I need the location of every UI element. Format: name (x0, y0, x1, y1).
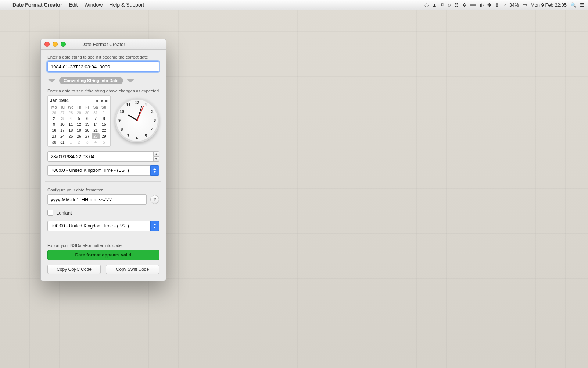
calendar-day[interactable]: 6 (83, 116, 92, 121)
calendar-day[interactable]: 2 (75, 139, 83, 145)
calendar-day[interactable]: 19 (75, 127, 83, 133)
app-menu[interactable]: Date Format Creator (12, 2, 62, 8)
timezone-select-formatter[interactable] (47, 221, 159, 231)
calendar-day[interactable]: 27 (83, 133, 92, 139)
calendar-day[interactable]: 4 (92, 139, 100, 145)
calendar-day[interactable]: 26 (50, 110, 58, 116)
status-icon[interactable]: ◐ (480, 2, 484, 8)
calendar-day[interactable]: 7 (92, 116, 100, 121)
timezone-value[interactable] (47, 221, 150, 231)
status-icon[interactable]: ✤ (487, 2, 491, 8)
help-button[interactable]: ? (150, 195, 159, 204)
datetime-field[interactable] (47, 151, 159, 162)
battery-icon[interactable]: ▭ (523, 2, 527, 8)
calendar-day[interactable]: 3 (58, 116, 67, 121)
calendar-day[interactable]: 31 (92, 110, 100, 116)
export-label: Export your NSDateFormatter into code (47, 243, 159, 248)
stepper-down-icon[interactable]: ▼ (153, 157, 159, 162)
analog-clock[interactable]: 123456789101112 (115, 98, 159, 142)
calendar-day[interactable]: 2 (50, 116, 58, 121)
calendar-dow: Tu (58, 105, 67, 110)
copy-objc-button[interactable]: Copy Obj-C Code (47, 265, 101, 274)
status-icon[interactable]: ⎋ (448, 2, 451, 8)
mode-banner: Converting String into Date (47, 77, 159, 84)
calendar-day[interactable]: 30 (50, 139, 58, 145)
close-button[interactable] (44, 42, 50, 47)
calendar-day[interactable]: 22 (100, 127, 108, 133)
status-icon[interactable]: ☷ (454, 2, 459, 8)
calendar-day[interactable]: 5 (100, 139, 108, 145)
calendar-today-icon[interactable]: ● (101, 99, 103, 103)
calendar-day[interactable]: 26 (75, 133, 83, 139)
calendar-day[interactable]: 12 (75, 121, 83, 127)
calendar[interactable]: Jan 1984 ◀ ● ▶ MoTuWeThFrSaSu26272829303… (47, 95, 111, 147)
calendar-day[interactable]: 30 (83, 110, 92, 116)
calendar-day[interactable]: 16 (50, 127, 58, 133)
calendar-day[interactable]: 29 (100, 133, 108, 139)
dropbox-icon[interactable]: ⧉ (441, 2, 444, 8)
calendar-day[interactable]: 28 (92, 133, 100, 139)
menubar-clock[interactable]: Mon 9 Feb 22:05 (531, 2, 567, 8)
calendar-day[interactable]: 14 (92, 121, 100, 127)
calendar-day[interactable]: 11 (67, 121, 75, 127)
status-icon[interactable]: ▲ (432, 2, 437, 8)
copy-swift-button[interactable]: Copy Swift Code (106, 265, 159, 274)
calendar-day[interactable]: 18 (67, 127, 75, 133)
calendar-day[interactable]: 1 (67, 139, 75, 145)
formatter-label: Configure your date formatter (47, 188, 159, 192)
menu-help[interactable]: Help & Support (109, 2, 144, 8)
calendar-day[interactable]: 24 (58, 133, 67, 139)
wifi-icon[interactable]: ⌔ (503, 2, 506, 8)
dropdown-caret-icon[interactable] (150, 165, 159, 176)
mode-label: Converting String into Date (59, 77, 123, 84)
date-string-input[interactable] (47, 61, 159, 72)
calendar-day[interactable]: 29 (75, 110, 83, 116)
status-icon[interactable]: ━━ (470, 2, 476, 8)
dropdown-caret-icon[interactable] (150, 221, 159, 231)
clock-numeral: 9 (118, 118, 121, 123)
minimize-button[interactable] (53, 42, 58, 47)
calendar-day[interactable]: 4 (67, 116, 75, 121)
calendar-dow: Th (75, 105, 83, 110)
menu-edit[interactable]: Edit (69, 2, 78, 8)
calendar-day[interactable]: 1 (100, 110, 108, 116)
calendar-day[interactable]: 13 (83, 121, 92, 127)
status-icon[interactable]: ✲ (462, 2, 466, 8)
datetime-stepper[interactable]: ▲ ▼ (153, 151, 159, 162)
battery-percent[interactable]: 34% (509, 2, 519, 8)
format-string-input[interactable] (47, 194, 147, 205)
clock-numeral: 4 (151, 127, 154, 131)
status-icon[interactable]: ◌ (424, 2, 429, 8)
spotlight-icon[interactable]: 🔍 (570, 2, 576, 8)
stepper-up-icon[interactable]: ▲ (153, 151, 159, 157)
menu-window[interactable]: Window (85, 2, 103, 8)
status-icon[interactable]: ⇪ (495, 2, 499, 8)
clock-numeral: 7 (127, 134, 129, 138)
timezone-select-date[interactable] (47, 165, 159, 176)
calendar-next-icon[interactable]: ▶ (105, 99, 108, 103)
clock-numeral: 10 (119, 109, 124, 114)
notification-center-icon[interactable]: ☰ (580, 2, 584, 8)
calendar-day[interactable]: 27 (58, 110, 67, 116)
calendar-day[interactable]: 9 (50, 121, 58, 127)
calendar-day[interactable]: 8 (100, 116, 108, 121)
calendar-day[interactable]: 23 (50, 133, 58, 139)
calendar-day[interactable]: 31 (58, 139, 67, 145)
calendar-day[interactable]: 3 (83, 139, 92, 145)
calendar-day[interactable]: 17 (58, 127, 67, 133)
lenient-checkbox[interactable] (47, 210, 53, 216)
calendar-day[interactable]: 15 (100, 121, 108, 127)
calendar-day[interactable]: 21 (92, 127, 100, 133)
timezone-value[interactable] (47, 165, 150, 176)
calendar-day[interactable]: 10 (58, 121, 67, 127)
calendar-day[interactable]: 25 (67, 133, 75, 139)
calendar-day[interactable]: 20 (83, 127, 92, 133)
calendar-day[interactable]: 5 (75, 116, 83, 121)
clock-hand (128, 114, 137, 121)
calendar-dow: We (67, 105, 75, 110)
zoom-button[interactable] (61, 42, 66, 47)
triangle-down-icon (126, 79, 135, 82)
clock-numeral: 3 (154, 118, 156, 123)
calendar-prev-icon[interactable]: ◀ (96, 99, 98, 103)
calendar-day[interactable]: 28 (67, 110, 75, 116)
